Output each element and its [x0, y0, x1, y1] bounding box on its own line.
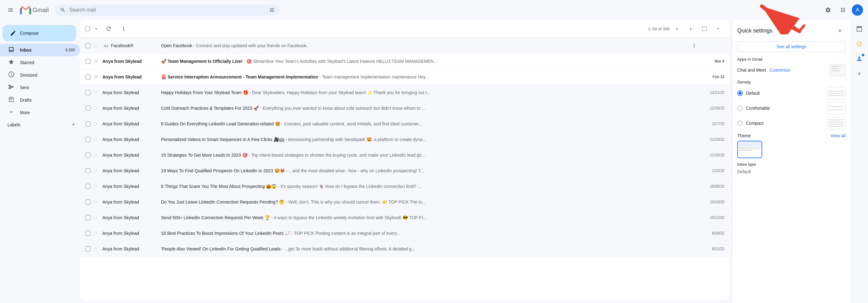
more-label: More [20, 110, 30, 115]
sidebar-item-more[interactable]: More [0, 106, 80, 119]
email-row[interactable]: ☆ Anya from Skylead 6 Things That Scare … [80, 178, 730, 194]
star-icon[interactable]: ☆ [94, 105, 100, 111]
email-row[interactable]: ☆ Anya from Skylead 6 Guides On Everythi… [80, 116, 730, 132]
star-icon[interactable]: ☆ [94, 246, 100, 252]
star-icon[interactable]: ☆ [94, 58, 100, 64]
email-preview: - Team management Implementation mainten… [319, 75, 429, 79]
email-checkbox[interactable] [85, 184, 91, 189]
star-icon[interactable]: ☆ [94, 199, 100, 205]
search-input[interactable] [69, 7, 265, 13]
email-checkbox[interactable] [85, 153, 91, 158]
sidebar-item-inbox[interactable]: Inbox 6,393 [0, 44, 80, 56]
menu-icon[interactable] [5, 4, 16, 16]
email-row[interactable]: ☆ Anya from Skylead 15 Strategies To Get… [80, 147, 730, 163]
apps-icon-button[interactable] [837, 4, 849, 16]
labels-add-icon[interactable]: + [71, 121, 75, 128]
email-subject: 6 Things That Scare You The Most About P… [161, 184, 277, 189]
email-sender: Anya from Skylead [102, 153, 159, 158]
theme-view-all-link[interactable]: View all [831, 133, 845, 138]
email-row[interactable]: ☆ Anya from Skylead Personalized Videos … [80, 132, 730, 147]
email-row[interactable]: ☆ Anya from Skylead 🚨 Service Interrupti… [80, 69, 730, 85]
sidebar-item-drafts[interactable]: Drafts [0, 94, 80, 106]
sidebar-item-snoozed[interactable]: Snoozed [0, 69, 80, 81]
email-row[interactable]: ☆ Anya from Skylead Happy Holidays From … [80, 85, 730, 100]
email-sender: Anya from Skylead [102, 215, 159, 220]
star-icon[interactable]: ☆ [94, 74, 100, 80]
email-checkbox[interactable] [85, 75, 91, 79]
email-toolbar: 1–50 of 358 [80, 20, 730, 38]
email-preview: - Everything you ever wanted to know abo… [260, 106, 426, 111]
email-row[interactable]: ☆ Anya from Skylead Cold Outreach Practi… [80, 100, 730, 116]
email-checkbox[interactable] [85, 137, 91, 142]
prev-page-button[interactable] [671, 23, 683, 35]
density-compact-option[interactable]: Compact [737, 117, 845, 130]
email-checkbox[interactable] [85, 199, 91, 204]
star-icon[interactable]: ☆ [94, 89, 100, 95]
density-default-radio[interactable] [737, 90, 743, 96]
email-row[interactable]: ☆ Anya from Skylead 18 Best Practices To… [80, 225, 730, 241]
right-bar-contacts[interactable] [853, 53, 866, 65]
email-row[interactable]: ☆ AdFacebook® Open Facebook - Connect an… [80, 38, 730, 53]
star-icon[interactable]: ☆ [94, 136, 100, 142]
settings-icon-button[interactable] [822, 4, 834, 16]
theme-preview[interactable] [737, 141, 762, 158]
user-avatar[interactable]: A [852, 4, 863, 16]
email-checkbox[interactable] [85, 90, 91, 95]
email-checkbox[interactable] [85, 43, 91, 48]
email-checkbox[interactable] [85, 215, 91, 220]
refresh-button[interactable] [102, 23, 115, 35]
inbox-label: Inbox [20, 48, 32, 53]
right-bar-tasks[interactable] [853, 37, 866, 50]
customize-link[interactable]: Customize [770, 67, 790, 73]
star-icon[interactable]: ☆ [94, 121, 100, 127]
star-icon[interactable]: ☆ [94, 230, 100, 236]
select-dropdown-button[interactable] [92, 25, 100, 32]
email-row[interactable]: ☆ Anya from Skylead 'People Also Viewed'… [80, 241, 730, 257]
email-preview: - 🎯 Streamline Your Team's Activities wi… [244, 59, 437, 64]
compose-button[interactable]: Compose [2, 25, 76, 41]
email-checkbox[interactable] [85, 246, 91, 251]
density-compact-radio[interactable] [737, 120, 743, 126]
density-comfortable-radio[interactable] [737, 105, 743, 111]
sidebar-item-starred[interactable]: Starred [0, 56, 80, 69]
labels-header: Labels + [0, 119, 80, 129]
density-default-option[interactable]: Default [737, 87, 845, 100]
more-options-button[interactable] [117, 23, 130, 35]
email-row[interactable]: ☆ Anya from Skylead Send 500+ LinkedIn C… [80, 210, 730, 225]
star-icon[interactable]: ☆ [94, 152, 100, 158]
search-filter-icon[interactable] [269, 7, 275, 13]
more-icon[interactable] [691, 43, 697, 49]
email-checkbox[interactable] [85, 106, 91, 111]
right-bar-add[interactable]: + [853, 67, 866, 80]
email-row[interactable]: ☆ Anya from Skylead 19 Ways To Find Qual… [80, 163, 730, 178]
quick-settings-close-button[interactable]: × [834, 25, 845, 36]
email-row[interactable]: ☆ Anya from Skylead Do You Just Leave Li… [80, 194, 730, 210]
email-checkbox[interactable] [85, 59, 91, 64]
email-row[interactable]: ☆ Anya from Skylead 🚀 Team Management Is… [80, 53, 730, 69]
star-icon[interactable]: ☆ [94, 43, 100, 49]
email-preview: - ...get 3x more leads without additiona… [282, 246, 415, 251]
apps-in-gmail-section: Apps in Gmail [737, 57, 845, 62]
right-bar-calendar[interactable] [853, 23, 866, 35]
view-dropdown-button[interactable] [712, 23, 724, 35]
quick-settings-panel: Quick settings × See all settings Apps i… [732, 20, 850, 303]
email-checkbox[interactable] [85, 168, 91, 173]
select-all-checkbox[interactable] [85, 26, 90, 31]
see-all-settings-button[interactable]: See all settings [737, 41, 845, 52]
email-checkbox[interactable] [85, 121, 91, 126]
star-icon[interactable]: ☆ [94, 168, 100, 173]
star-icon[interactable]: ☆ [94, 183, 100, 189]
next-page-button[interactable] [684, 23, 697, 35]
theme-section: Theme View all [737, 133, 845, 158]
density-default-preview [827, 87, 845, 100]
density-comfortable-option[interactable]: Comfortable [737, 102, 845, 114]
view-toggle-button[interactable] [698, 23, 711, 35]
email-preview: - Connect and stay updated with your fri… [193, 43, 308, 48]
star-icon[interactable]: ☆ [94, 215, 100, 220]
email-subject: 15 Strategies To Get More Leads In 2023 … [161, 153, 248, 158]
email-preview: - Well, don't. This is why you should ca… [286, 199, 426, 204]
email-checkbox[interactable] [85, 231, 91, 236]
email-subject: 6 Guides On Everything LinkedIn Lead Gen… [161, 121, 280, 126]
sidebar-item-sent[interactable]: Sent [0, 81, 80, 94]
contacts-dot [862, 54, 864, 56]
